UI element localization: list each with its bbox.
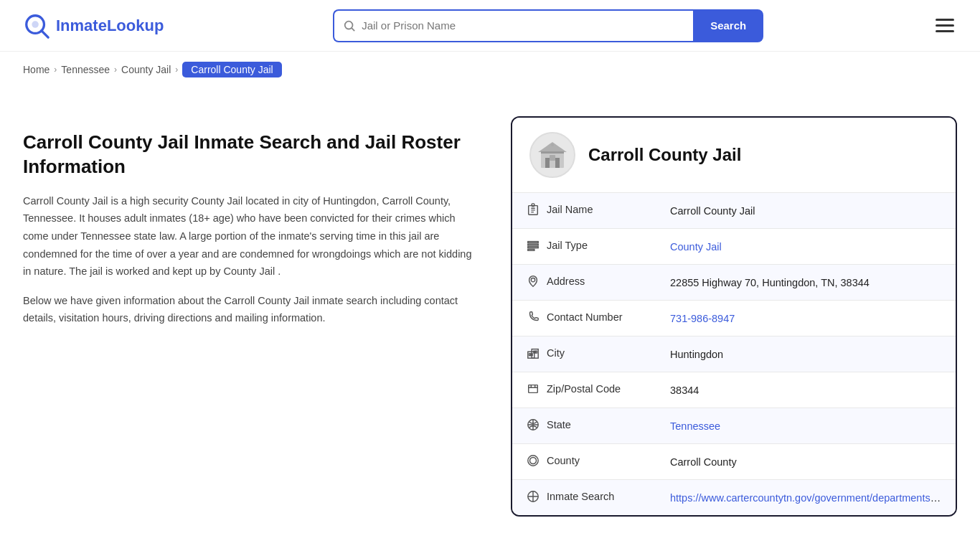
svg-rect-8: [555, 158, 560, 168]
svg-line-1: [42, 30, 49, 37]
hamburger-line-1: [936, 19, 954, 21]
svg-rect-17: [528, 249, 534, 250]
search-button[interactable]: Search: [693, 9, 763, 42]
zip-icon: [527, 382, 540, 395]
contact-value: 731-986-8947: [656, 301, 956, 336]
contact-number-link[interactable]: 731-986-8947: [670, 313, 735, 324]
svg-rect-10: [541, 151, 564, 154]
svg-rect-14: [528, 242, 538, 243]
type-icon: [527, 239, 540, 252]
city-icon: [527, 347, 540, 359]
inmate-search-label: Inmate Search: [527, 490, 614, 503]
card-header: Carroll County Jail: [512, 118, 956, 192]
table-row: City Huntingdon: [512, 336, 956, 372]
search-icon: [343, 19, 356, 32]
main-content: Carroll County Jail Inmate Search and Ja…: [0, 88, 980, 545]
left-column: Carroll County Jail Inmate Search and Ja…: [23, 116, 482, 517]
table-row: Inmate Search https://www.cartercountytn…: [512, 480, 956, 516]
svg-point-11: [551, 143, 554, 146]
hamburger-line-2: [936, 24, 954, 27]
table-row: County Carroll County: [512, 444, 956, 480]
jail-type-link[interactable]: County Jail: [670, 241, 722, 253]
svg-rect-16: [528, 247, 538, 248]
contact-label: Contact Number: [527, 311, 623, 324]
breadcrumb-tennessee[interactable]: Tennessee: [61, 64, 110, 75]
svg-point-18: [531, 278, 534, 282]
logo-icon: [23, 12, 50, 39]
address-icon: [527, 275, 540, 288]
logo-link[interactable]: InmateLookup: [23, 12, 164, 39]
breadcrumb-county-jail[interactable]: County Jail: [121, 64, 171, 75]
svg-rect-21: [529, 354, 531, 356]
jail-type-value: County Jail: [656, 229, 956, 265]
search-input[interactable]: [362, 19, 684, 32]
city-label: City: [527, 347, 565, 359]
jail-name-label: Jail Name: [527, 203, 593, 216]
zip-value: 38344: [656, 372, 956, 408]
table-row: Jail Type County Jail: [512, 229, 956, 265]
svg-rect-15: [528, 244, 538, 245]
jail-avatar: [529, 132, 575, 178]
county-value: Carroll County: [656, 444, 956, 480]
breadcrumb-home[interactable]: Home: [23, 64, 50, 75]
table-row: State Tennessee: [512, 408, 956, 444]
svg-rect-25: [529, 385, 538, 393]
inmate-search-icon: [527, 490, 540, 503]
header: InmateLookup Search: [0, 0, 980, 52]
card-title: Carroll County Jail: [588, 145, 741, 165]
table-row: Contact Number 731-986-8947: [512, 301, 956, 336]
state-link[interactable]: Tennessee: [670, 420, 720, 432]
inmate-search-value: https://www.cartercountytn.gov/governmen…: [656, 480, 956, 516]
table-row: Address 22855 Highway 70, Huntingdon, TN…: [512, 265, 956, 301]
info-table: Jail Name Carroll County Jail Jail Type: [512, 192, 956, 515]
breadcrumb: Home › Tennessee › County Jail › Carroll…: [0, 52, 980, 88]
city-value: Huntingdon: [656, 336, 956, 372]
hamburger-menu-button[interactable]: [933, 16, 957, 35]
svg-rect-9: [550, 155, 555, 161]
breadcrumb-active: Carroll County Jail: [182, 62, 281, 77]
search-area: Search: [333, 9, 763, 42]
state-value: Tennessee: [656, 408, 956, 444]
hamburger-line-3: [936, 30, 954, 32]
logo-text: InmateLookup: [56, 17, 164, 35]
description-para-2: Below we have given information about th…: [23, 292, 482, 327]
chevron-icon-1: ›: [54, 65, 57, 75]
address-label: Address: [527, 275, 585, 288]
svg-rect-24: [536, 351, 537, 353]
table-row: Zip/Postal Code 38344: [512, 372, 956, 408]
svg-point-3: [345, 21, 353, 29]
page-heading: Carroll County Jail Inmate Search and Ja…: [23, 131, 482, 179]
chevron-icon-3: ›: [175, 65, 178, 75]
chevron-icon-2: ›: [114, 65, 117, 75]
jail-type-label: Jail Type: [527, 239, 588, 252]
zip-label: Zip/Postal Code: [527, 382, 621, 395]
svg-rect-13: [532, 204, 534, 207]
info-card: Carroll County Jail Jail Name Carroll Co…: [511, 116, 957, 517]
state-icon: [527, 418, 540, 431]
search-input-wrap: [333, 9, 693, 42]
county-label: County: [527, 454, 580, 467]
phone-icon: [527, 311, 540, 324]
jail-icon: [527, 203, 540, 216]
svg-rect-7: [545, 158, 550, 168]
description-para-1: Carroll County Jail is a high security C…: [23, 192, 482, 281]
county-icon: [527, 454, 540, 467]
address-value: 22855 Highway 70, Huntingdon, TN, 38344: [656, 265, 956, 301]
inmate-search-link[interactable]: https://www.cartercountytn.gov/governmen…: [670, 492, 956, 504]
svg-point-2: [32, 21, 39, 27]
state-label: State: [527, 418, 571, 431]
svg-line-4: [352, 28, 354, 31]
table-row: Jail Name Carroll County Jail: [512, 193, 956, 229]
jail-building-icon: [535, 138, 570, 172]
jail-name-value: Carroll County Jail: [656, 193, 956, 229]
